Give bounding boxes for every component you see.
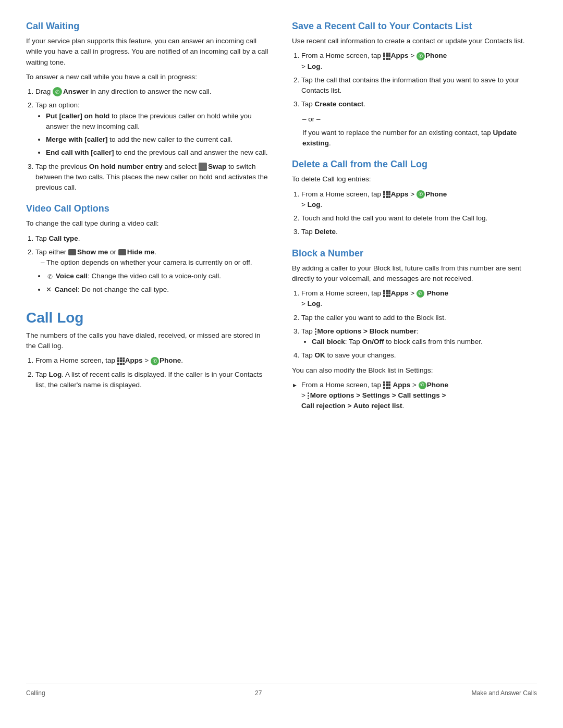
call-log-intro: The numbers of the calls you have dialed… (26, 330, 271, 352)
footer-right: Make and Answer Calls (472, 689, 537, 697)
save-step-2: Tap the call that contains the informati… (301, 75, 537, 96)
or-section: – or – If you want to replace the number… (302, 114, 537, 149)
apps-icon-2 (383, 53, 390, 60)
call-waiting-steps: Drag ✆Answer in any direction to answer … (35, 87, 271, 193)
apps-icon-4 (383, 290, 390, 297)
video-call-options-title: Video Call Options (26, 203, 271, 214)
phone-icon-4: ✆ (417, 290, 424, 298)
call-block-option: Call block: Tap On/Off to block calls fr… (312, 337, 537, 347)
or-text: – or – (302, 114, 537, 125)
delete-step-1: From a Home screen, tap Apps > ✆Phone> L… (301, 189, 537, 211)
block-sub-bullets: Call block: Tap On/Off to block calls fr… (312, 337, 537, 347)
cancel-option: ✕ Cancel: Do not change the call type. (46, 285, 271, 295)
main-columns: Call Waiting If your service plan suppor… (26, 21, 537, 684)
call-waiting-step-1: Drag ✆Answer in any direction to answer … (35, 87, 271, 97)
call-log-title: Call Log (26, 310, 271, 326)
save-recent-title: Save a Recent Call to Your Contacts List (292, 21, 537, 32)
video-call-steps: Tap Call type. Tap either Show me or Hid… (35, 233, 271, 295)
save-recent-steps: From a Home screen, tap Apps > ✆Phone> L… (301, 51, 537, 109)
option-end-call: End call with [caller] to end the previo… (46, 147, 271, 158)
block-step-3: Tap More options > Block number: Call bl… (301, 326, 537, 348)
right-column: Save a Recent Call to Your Contacts List… (292, 21, 537, 684)
phone-icon-5: ✆ (419, 381, 426, 389)
cancel-icon: ✕ (46, 285, 52, 295)
voice-call-option: ✆ Voice call: Change the video call to a… (46, 271, 271, 281)
call-log-step-1: From a Home screen, tap Apps > ✆Phone. (35, 355, 271, 366)
call-waiting-to-answer: To answer a new call while you have a ca… (26, 72, 271, 82)
block-step-4: Tap OK to save your changes. (301, 350, 537, 361)
block-step-1: From a Home screen, tap Apps > ✆ Phone> … (301, 288, 537, 310)
option-put-on-hold: Put [caller] on hold to place the previo… (46, 111, 271, 132)
apps-icon-3 (383, 191, 390, 198)
call-waiting-title: Call Waiting (26, 21, 271, 32)
page: Call Waiting If your service plan suppor… (0, 0, 563, 728)
call-waiting-intro: If your service plan supports this featu… (26, 36, 271, 68)
footer-page-number: 27 (45, 689, 472, 697)
save-step-1: From a Home screen, tap Apps > ✆Phone> L… (301, 51, 537, 72)
left-column: Call Waiting If your service plan suppor… (26, 21, 271, 684)
video-call-intro: To change the call type during a video c… (26, 218, 271, 229)
block-arrow-list: From a Home screen, tap Apps > ✆Phone > … (292, 380, 537, 412)
video-sub-options: The option depends on whether your camer… (41, 257, 271, 268)
phone-icon: ✆ (151, 357, 159, 365)
call-waiting-step-3: Tap the previous On hold number entry an… (35, 162, 271, 193)
delete-step-3: Tap Delete. (301, 227, 537, 237)
page-footer: Calling 27 Make and Answer Calls (26, 684, 537, 697)
block-step-2: Tap the caller you want to add to the Bl… (301, 313, 537, 323)
voice-call-icon: ✆ (46, 273, 54, 280)
video-bullets: ✆ Voice call: Change the video call to a… (46, 271, 271, 295)
option-merge: Merge with [caller] to add the new calle… (46, 134, 271, 145)
apps-icon (117, 357, 125, 365)
call-waiting-options: Put [caller] on hold to place the previo… (46, 111, 271, 158)
delete-step-2: Touch and hold the call you want to dele… (301, 213, 537, 224)
call-waiting-step-2: Tap an option: Put [caller] on hold to p… (35, 100, 271, 158)
also-modify-text: You can also modify the Block list in Se… (292, 365, 537, 376)
if-replace-text: If you want to replace the number for an… (302, 128, 537, 149)
call-log-steps: From a Home screen, tap Apps > ✆Phone. T… (35, 355, 271, 390)
block-number-title: Block a Number (292, 248, 537, 259)
phone-icon-2: ✆ (417, 52, 425, 60)
hide-me-icon (118, 249, 126, 255)
footer-left: Calling (26, 689, 45, 697)
more-options-icon-2 (308, 392, 309, 399)
more-options-icon (315, 328, 316, 335)
apps-icon-5 (383, 381, 390, 389)
save-step-3: Tap Create contact. (301, 99, 537, 109)
video-step-2: Tap either Show me or Hide me. The optio… (35, 247, 271, 295)
call-log-step-2: Tap Log. A list of recent calls is displ… (35, 369, 271, 391)
answer-icon: ✆ (53, 87, 62, 96)
answer-label: Answer (63, 88, 89, 95)
delete-call-steps: From a Home screen, tap Apps > ✆Phone> L… (301, 189, 537, 238)
delete-call-title: Delete a Call from the Call Log (292, 159, 537, 170)
save-recent-intro: Use recent call information to create a … (292, 36, 537, 46)
show-me-icon (68, 249, 76, 255)
block-number-steps: From a Home screen, tap Apps > ✆ Phone> … (301, 288, 537, 361)
swap-icon (199, 163, 207, 171)
block-arrow-item: From a Home screen, tap Apps > ✆Phone > … (292, 380, 537, 412)
delete-call-intro: To delete Call log entries: (292, 174, 537, 184)
video-step-1: Tap Call type. (35, 233, 271, 244)
block-number-intro: By adding a caller to your Block list, f… (292, 263, 537, 285)
video-sub-option-camera: The option depends on whether your camer… (41, 257, 271, 268)
phone-icon-3: ✆ (417, 190, 425, 199)
